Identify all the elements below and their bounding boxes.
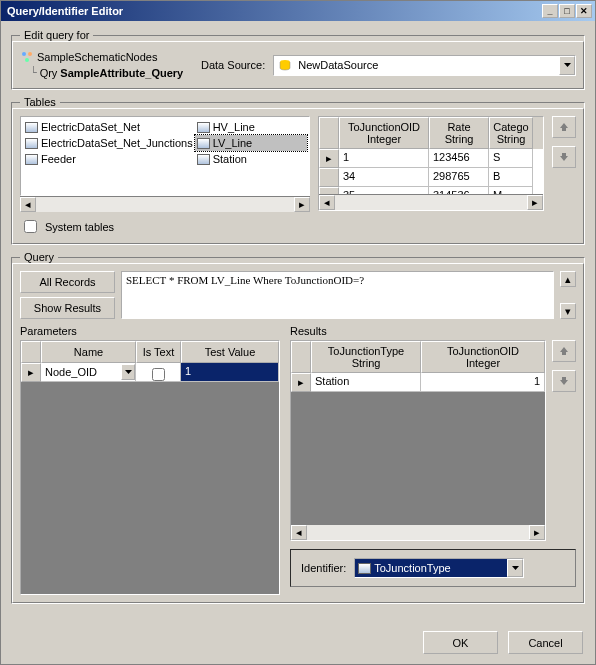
chevron-down-icon <box>512 566 519 570</box>
window-title: Query/Identifier Editor <box>4 5 542 17</box>
move-up-button[interactable] <box>552 116 576 138</box>
row-selector-header <box>291 341 311 373</box>
identifier-label: Identifier: <box>301 562 346 574</box>
all-records-button[interactable]: All Records <box>20 271 115 293</box>
ok-button[interactable]: OK <box>423 631 498 654</box>
row-selector[interactable] <box>319 187 339 194</box>
scroll-right-icon[interactable]: ▸ <box>529 525 545 540</box>
chevron-down-icon <box>564 63 571 67</box>
cancel-button[interactable]: Cancel <box>508 631 583 654</box>
tree-child-prefix: Qry <box>40 65 58 81</box>
minimize-button[interactable]: _ <box>542 4 558 18</box>
results-move-up-button[interactable] <box>552 340 576 362</box>
dialog-window: Query/Identifier Editor _ □ ✕ Edit query… <box>0 0 596 665</box>
parameters-grid[interactable]: Name Is Text Test Value ▸ Node_OID <box>20 340 280 595</box>
sql-textarea[interactable] <box>121 271 554 319</box>
svg-point-1 <box>28 52 32 56</box>
table-item: Feeder <box>23 151 195 167</box>
parameters-label: Parameters <box>20 325 280 337</box>
query-tree[interactable]: SampleSchematicNodes └ Qry SampleAttribu… <box>20 49 185 81</box>
table-row: ▸1123456S <box>319 149 543 168</box>
table-item: ElectricDataSet_Net_Junctions <box>23 135 195 151</box>
param-istext-checkbox[interactable] <box>152 368 165 381</box>
column-header: Name <box>41 341 136 363</box>
row-selector-header <box>319 117 339 149</box>
show-results-button[interactable]: Show Results <box>20 297 115 319</box>
results-move-down-button[interactable] <box>552 370 576 392</box>
column-header: Test Value <box>181 341 279 363</box>
scroll-left-icon[interactable]: ◂ <box>20 197 36 212</box>
scroll-right-icon[interactable]: ▸ <box>527 195 543 210</box>
arrow-up-icon <box>559 346 569 356</box>
datasource-combo[interactable]: NewDataSource <box>273 55 576 76</box>
column-header: CategoString <box>489 117 533 149</box>
identifier-dropdown-button[interactable] <box>507 559 523 577</box>
datasource-dropdown-button[interactable] <box>559 56 575 75</box>
row-selector[interactable] <box>319 168 339 187</box>
param-name-dropdown[interactable] <box>121 364 135 380</box>
table-icon <box>25 154 38 165</box>
identifier-panel: Identifier: ToJunctionType <box>290 549 576 587</box>
identifier-combo[interactable]: ToJunctionType <box>354 558 524 578</box>
table-row: 34298765B <box>319 168 543 187</box>
tables-legend: Tables <box>20 96 60 108</box>
identifier-value: ToJunctionType <box>374 562 450 574</box>
maximize-button[interactable]: □ <box>559 4 575 18</box>
tree-root-label: SampleSchematicNodes <box>37 49 157 65</box>
scroll-left-icon[interactable]: ◂ <box>319 195 335 210</box>
arrow-up-icon <box>559 122 569 132</box>
table-row: 35314536M <box>319 187 543 194</box>
param-name-value: Node_OID <box>45 366 121 378</box>
table-item: Station <box>195 151 307 167</box>
tables-group: Tables ElectricDataSet_Net HV_Line Elect… <box>11 96 585 245</box>
tables-list[interactable]: ElectricDataSet_Net HV_Line ElectricData… <box>20 116 310 196</box>
datasource-label: Data Source: <box>201 59 265 71</box>
column-header: ToJunctionOIDInteger <box>339 117 429 149</box>
results-scrollbar[interactable]: ◂ ▸ <box>291 524 545 540</box>
row-selector[interactable]: ▸ <box>21 363 41 382</box>
table-icon <box>197 154 210 165</box>
editquery-legend: Edit query for <box>20 29 93 41</box>
datasource-value: NewDataSource <box>296 59 559 71</box>
sql-scroll-up[interactable]: ▴ <box>560 271 576 287</box>
schematic-nodes-icon <box>20 50 34 64</box>
system-tables-checkbox[interactable] <box>24 220 37 233</box>
query-group: Query All Records Show Results ▴ ▾ Param… <box>11 251 585 604</box>
chevron-down-icon <box>125 370 132 374</box>
svg-point-0 <box>22 52 26 56</box>
table-data-grid[interactable]: ToJunctionOIDInteger RateString CategoSt… <box>318 116 544 211</box>
column-header: ToJunctionOIDInteger <box>421 341 545 373</box>
results-grid[interactable]: ToJunctionTypeString ToJunctionOIDIntege… <box>290 340 546 541</box>
table-icon <box>25 138 38 149</box>
results-label: Results <box>290 325 576 337</box>
scroll-left-icon[interactable]: ◂ <box>291 525 307 540</box>
row-selector[interactable]: ▸ <box>319 149 339 168</box>
row-selector[interactable]: ▸ <box>291 373 311 392</box>
table-icon <box>197 138 210 149</box>
table-icon <box>358 563 371 574</box>
tables-list-scrollbar[interactable]: ◂ ▸ <box>20 196 310 212</box>
tree-child-label: SampleAttribute_Query <box>60 65 183 81</box>
column-header: RateString <box>429 117 489 149</box>
database-icon <box>277 57 293 73</box>
table-row: ▸ Station 1 <box>291 373 545 392</box>
table-row: ▸ Node_OID 1 <box>21 363 279 382</box>
table-icon <box>25 122 38 133</box>
query-legend: Query <box>20 251 58 263</box>
sql-scroll-down[interactable]: ▾ <box>560 303 576 319</box>
titlebar: Query/Identifier Editor _ □ ✕ <box>1 1 595 21</box>
dialog-footer: OK Cancel <box>1 623 595 664</box>
table-item: ElectricDataSet_Net <box>23 119 195 135</box>
move-down-button[interactable] <box>552 146 576 168</box>
system-tables-label: System tables <box>45 221 114 233</box>
column-header: Is Text <box>136 341 181 363</box>
close-button[interactable]: ✕ <box>576 4 592 18</box>
arrow-down-icon <box>559 152 569 162</box>
table-icon <box>197 122 210 133</box>
svg-point-2 <box>25 58 29 62</box>
scroll-right-icon[interactable]: ▸ <box>294 197 310 212</box>
table-data-scrollbar[interactable]: ◂ ▸ <box>319 194 543 210</box>
tree-connector-icon: └ <box>30 65 37 81</box>
editquery-group: Edit query for SampleSchematicNodes └ Qr… <box>11 29 585 90</box>
arrow-down-icon <box>559 376 569 386</box>
